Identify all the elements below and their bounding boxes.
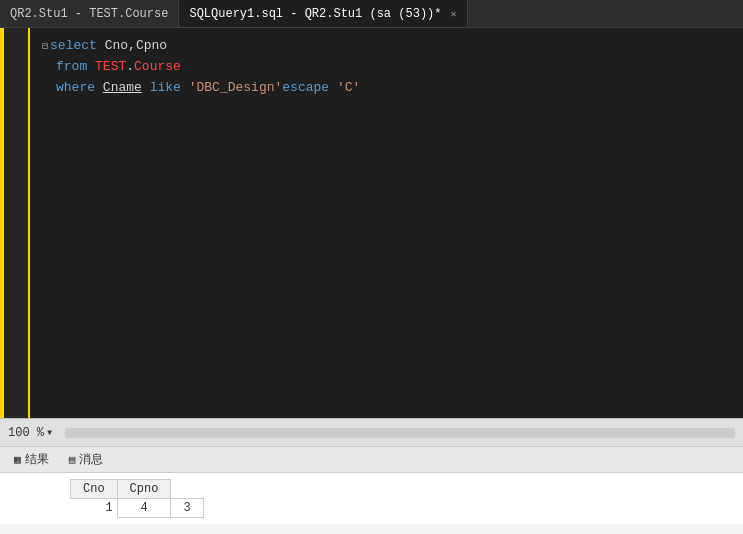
tab-close-icon[interactable]: ✕ [450, 8, 456, 20]
kw-where: where [56, 78, 95, 99]
escape-char: 'C' [337, 78, 360, 99]
messages-tab-label: 消息 [79, 451, 103, 468]
horizontal-scrollbar[interactable] [65, 428, 735, 438]
results-content: Cno Cpno 1 4 3 [0, 473, 743, 524]
dot: . [126, 57, 134, 78]
table-row: 1 4 3 [71, 499, 204, 518]
code-line-2: from TEST . Course [42, 57, 731, 78]
results-tab-table[interactable]: ▦ 结果 [6, 449, 57, 470]
space5 [329, 78, 337, 99]
db-name: TEST [95, 57, 126, 78]
results-tab-messages[interactable]: ▤ 消息 [61, 449, 112, 470]
comma: , [128, 36, 136, 57]
zoom-value: 100 % [8, 426, 44, 440]
results-tabs: ▦ 结果 ▤ 消息 [0, 447, 743, 473]
zoom-display: 100 % ▾ [8, 425, 53, 440]
tab-sqlquery[interactable]: SQLQuery1.sql - QR2.Stu1 (sa (53))* ✕ [179, 0, 467, 27]
results-table: Cno Cpno 1 4 3 [70, 479, 204, 518]
zoom-dropdown-icon[interactable]: ▾ [46, 425, 53, 440]
table-icon: ▦ [14, 453, 21, 466]
editor-container: ⊟ select Cno , Cpno from TEST . Course w… [0, 28, 743, 418]
results-tab-label: 结果 [25, 451, 49, 468]
col-header-cno: Cno [71, 480, 118, 499]
kw-escape: escape [282, 78, 329, 99]
cell-cpno-1: 3 [171, 499, 203, 518]
col-cname: Cname [103, 78, 142, 99]
tab-bar: QR2.Stu1 - TEST.Course SQLQuery1.sql - Q… [0, 0, 743, 28]
collapse-icon-1[interactable]: ⊟ [42, 39, 48, 55]
message-icon: ▤ [69, 453, 76, 466]
space2 [95, 78, 103, 99]
code-area[interactable]: ⊟ select Cno , Cpno from TEST . Course w… [30, 28, 743, 418]
tab-sqlquery-label: SQLQuery1.sql - QR2.Stu1 (sa (53))* [189, 7, 441, 21]
kw-like: like [150, 78, 181, 99]
col-header-cpno: Cpno [117, 480, 171, 499]
tab-qr2-label: QR2.Stu1 - TEST.Course [10, 7, 168, 21]
code-line-1: ⊟ select Cno , Cpno [42, 36, 731, 57]
col-cno: Cno [97, 36, 128, 57]
results-header-row: Cno Cpno 1 4 3 [0, 477, 743, 520]
space4 [181, 78, 189, 99]
space3 [142, 78, 150, 99]
table-name: Course [134, 57, 181, 78]
kw-from: from [56, 57, 87, 78]
yellow-indicator [0, 28, 4, 418]
table-header-row: Cno Cpno [71, 480, 204, 499]
cell-cno-1: 4 [117, 499, 171, 518]
bottom-bar: 100 % ▾ [0, 418, 743, 446]
pattern-string: 'DBC_Design' [189, 78, 283, 99]
tab-qr2[interactable]: QR2.Stu1 - TEST.Course [0, 0, 179, 27]
kw-select: select [50, 36, 97, 57]
code-line-3: where Cname like 'DBC_Design' escape 'C' [42, 78, 731, 99]
results-panel: ▦ 结果 ▤ 消息 Cno Cpno 1 4 3 [0, 446, 743, 534]
row-number-1: 1 [71, 499, 118, 518]
col-cpno: Cpno [136, 36, 167, 57]
left-bar [0, 28, 30, 418]
space1 [87, 57, 95, 78]
